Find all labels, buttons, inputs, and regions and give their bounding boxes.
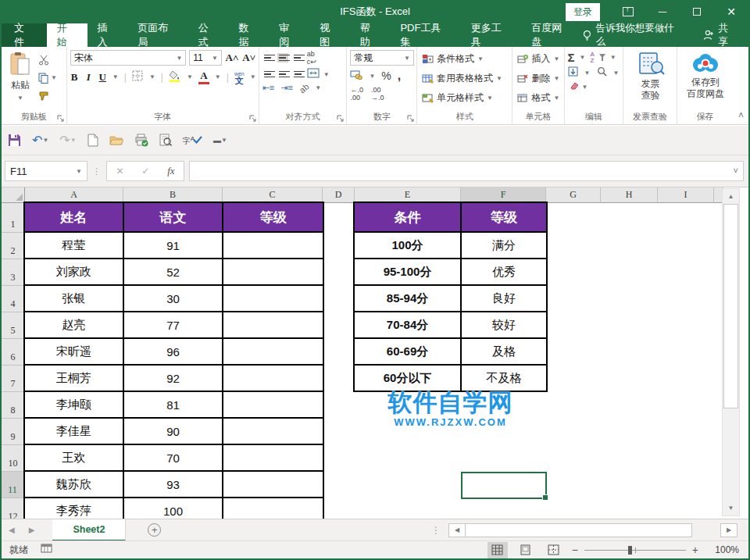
- table-cell[interactable]: [223, 259, 323, 285]
- column-header-D[interactable]: D: [323, 187, 355, 203]
- invoice-check-button[interactable]: 发票查验: [633, 50, 669, 112]
- column-header-G[interactable]: G: [546, 187, 601, 203]
- page-layout-view-button[interactable]: [516, 542, 536, 558]
- phonetic-guide-button[interactable]: wén文: [234, 70, 245, 84]
- fill-button[interactable]: [568, 66, 578, 79]
- table-header-cell[interactable]: 等级: [223, 202, 323, 232]
- table-cell[interactable]: 77: [123, 312, 223, 338]
- table-header-cell[interactable]: 语文: [123, 202, 223, 232]
- tab-视图[interactable]: 视图: [309, 23, 350, 47]
- row-header-11[interactable]: 11: [2, 472, 25, 498]
- alignment-dialog-launcher[interactable]: [337, 115, 345, 123]
- table-cell[interactable]: 100: [123, 498, 223, 519]
- fill-color-button[interactable]: [169, 70, 181, 84]
- row-header-2[interactable]: 2: [2, 233, 25, 259]
- column-header-F[interactable]: F: [461, 187, 546, 203]
- table-cell[interactable]: 60-69分: [354, 338, 461, 365]
- table-cell[interactable]: [223, 391, 323, 418]
- quick-print-button[interactable]: [134, 134, 148, 147]
- decrease-font-icon[interactable]: A˅: [242, 52, 256, 64]
- zoom-in-button[interactable]: +: [692, 544, 698, 556]
- borders-button[interactable]: [132, 70, 144, 84]
- tab-帮助[interactable]: 帮助: [350, 23, 391, 47]
- bold-button[interactable]: B: [70, 71, 79, 84]
- table-cell[interactable]: 赵亮: [24, 312, 123, 338]
- select-all-corner[interactable]: [2, 187, 25, 203]
- vertical-scrollbar[interactable]: ▲ ▼: [722, 188, 740, 516]
- print-preview-button[interactable]: [159, 134, 172, 147]
- tell-me-box[interactable]: 告诉我你想要做什么: [582, 22, 684, 48]
- sort-filter-button[interactable]: AZ: [591, 52, 595, 62]
- redo-button[interactable]: ↷▼: [59, 133, 76, 148]
- column-header-H[interactable]: H: [601, 187, 658, 203]
- zoom-level[interactable]: 100%: [706, 544, 739, 555]
- decrease-indent-icon[interactable]: ⇤≡: [262, 83, 275, 93]
- row-header-3[interactable]: 3: [2, 259, 25, 286]
- format-cells-button[interactable]: 格式▼: [516, 90, 561, 106]
- table-cell[interactable]: 85-94分: [354, 285, 461, 312]
- align-center-icon[interactable]: [277, 70, 288, 80]
- table-cell[interactable]: 李坤颐: [24, 391, 123, 418]
- conditional-formatting-button[interactable]: 条件格式▼: [420, 51, 504, 67]
- cancel-entry-button[interactable]: ✕: [116, 166, 123, 177]
- font-dialog-launcher[interactable]: [249, 115, 257, 123]
- conditions-table[interactable]: 条件等级100分满分95-100分优秀85-94分良好70-84分较好60-69…: [353, 202, 548, 392]
- comma-style-button[interactable]: ,: [398, 69, 401, 83]
- table-cell[interactable]: 满分: [461, 232, 547, 259]
- wrap-text-icon[interactable]: abc↩: [307, 50, 316, 66]
- table-cell[interactable]: 30: [123, 285, 223, 312]
- cut-button[interactable]: [36, 52, 59, 68]
- copy-button[interactable]: ▼: [36, 70, 59, 86]
- save-button[interactable]: [8, 134, 21, 147]
- login-button[interactable]: 登录: [566, 3, 600, 21]
- column-header-I[interactable]: I: [658, 187, 714, 203]
- table-cell[interactable]: 96: [123, 338, 223, 365]
- tab-数据[interactable]: 数据: [229, 23, 270, 47]
- align-right-icon[interactable]: [292, 70, 303, 80]
- table-cell[interactable]: 81: [123, 391, 223, 418]
- align-left-icon[interactable]: [262, 70, 273, 80]
- name-box[interactable]: F11▼: [5, 161, 88, 181]
- row-header-6[interactable]: 6: [2, 339, 25, 366]
- sheet-tab-sheet2[interactable]: Sheet2: [52, 519, 126, 541]
- table-cell[interactable]: 张银: [24, 285, 123, 312]
- table-cell[interactable]: [223, 312, 323, 338]
- table-cell[interactable]: 王欢: [24, 444, 123, 471]
- row-header-1[interactable]: 1: [2, 203, 25, 233]
- insert-cells-button[interactable]: 插入▼: [516, 51, 561, 67]
- table-cell[interactable]: 优秀: [461, 259, 547, 285]
- decrease-decimal-icon[interactable]: .00→.0: [371, 86, 384, 102]
- italic-button[interactable]: I: [84, 71, 93, 84]
- macro-record-icon[interactable]: [41, 544, 53, 556]
- close-button[interactable]: ✕: [714, 0, 748, 23]
- table-header-cell[interactable]: 条件: [354, 202, 461, 232]
- table-cell[interactable]: [223, 444, 323, 471]
- tabbar-resize-handle[interactable]: ⋮: [431, 525, 441, 536]
- clear-button[interactable]: [568, 81, 579, 92]
- table-cell[interactable]: 52: [123, 259, 223, 285]
- table-cell[interactable]: [223, 232, 323, 259]
- save-to-netdisk-button[interactable]: 保存到百度网盘: [683, 50, 728, 112]
- table-cell[interactable]: [223, 365, 323, 391]
- ribbon-display-options-button[interactable]: [611, 0, 645, 23]
- table-header-cell[interactable]: 姓名: [24, 202, 123, 232]
- horizontal-scroll-thumb[interactable]: [466, 523, 692, 537]
- sheet-grid[interactable]: ABCDEFGHI 123456789101112 姓名语文等级程莹91刘家政5…: [2, 187, 750, 519]
- underline-button[interactable]: U: [98, 71, 107, 84]
- vertical-scroll-track[interactable]: [723, 408, 739, 501]
- format-as-table-button[interactable]: 套用表格格式▼: [420, 70, 504, 87]
- zoom-out-button[interactable]: −: [572, 544, 578, 556]
- font-color-button[interactable]: A: [198, 70, 209, 84]
- table-cell[interactable]: 100分: [354, 232, 461, 259]
- paste-button[interactable]: 粘贴▼: [5, 50, 36, 112]
- delete-cells-button[interactable]: 删除▼: [516, 70, 561, 87]
- align-top-icon[interactable]: [262, 53, 273, 63]
- align-bottom-icon[interactable]: [292, 53, 303, 63]
- table-cell[interactable]: 91: [123, 232, 223, 259]
- hscroll-right-arrow[interactable]: ▶: [720, 523, 738, 537]
- table-cell[interactable]: 李佳星: [24, 418, 123, 444]
- autosum-button[interactable]: Σ: [568, 51, 575, 64]
- align-middle-icon[interactable]: [277, 53, 288, 63]
- new-sheet-button[interactable]: +: [148, 523, 161, 537]
- find-select-button[interactable]: [597, 66, 607, 79]
